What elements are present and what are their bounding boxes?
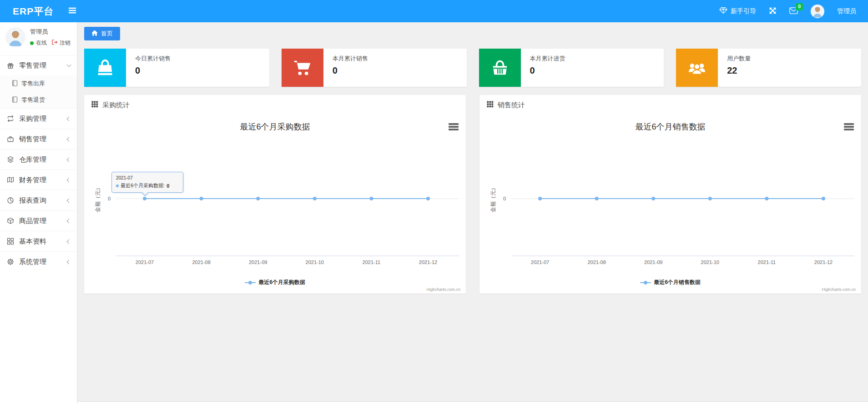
- logout-button[interactable]: 注销: [52, 39, 71, 47]
- fullscreen-arrows-icon: [769, 7, 777, 16]
- online-status-label: 在线: [36, 39, 47, 47]
- chart-tooltip: 2021-07 最近6个月采购数据: 0: [111, 172, 183, 193]
- chart-title: 最近6个月采购数据: [84, 121, 466, 132]
- svg-text:2021-07: 2021-07: [136, 259, 154, 265]
- stat-card-month-purchase[interactable]: 本月累计进货 0: [479, 49, 664, 87]
- briefcase-icon: [6, 135, 15, 143]
- stat-card-value: 0: [333, 65, 368, 76]
- chevron-left-icon: [67, 178, 71, 182]
- sidebar-user-name: 管理员: [30, 28, 71, 36]
- chart-context-menu-button[interactable]: [449, 123, 459, 130]
- stat-card-value: 22: [727, 65, 751, 76]
- stat-card-user-count[interactable]: 用户数量 22: [676, 49, 861, 87]
- sidebar-item-retail-outbound[interactable]: 零售出库: [0, 75, 77, 92]
- stat-card-title: 用户数量: [727, 55, 751, 63]
- gift-icon: [6, 62, 15, 69]
- gem-icon: [719, 7, 727, 15]
- sidebar-item-basic-data[interactable]: 基本资料: [0, 231, 77, 251]
- tooltip-series-label: 最近6个月采购数据:: [121, 182, 165, 189]
- beginner-guide-label: 新手引导: [731, 7, 756, 15]
- shopping-basket-icon: [479, 49, 521, 87]
- sidebar-subitem-label: 零售退货: [21, 96, 45, 104]
- stat-card-title: 今日累计销售: [135, 55, 171, 63]
- th-grid-icon: [91, 101, 98, 109]
- svg-text:2021-11: 2021-11: [363, 259, 381, 265]
- fullscreen-button[interactable]: [769, 7, 777, 16]
- navbar-username[interactable]: 管理员: [837, 7, 856, 15]
- legend-label: 最近6个月采购数据: [258, 279, 305, 286]
- svg-text:2021-09: 2021-09: [249, 259, 267, 265]
- top-navbar: ERP平台 新手引导 0 管理员: [0, 0, 868, 22]
- sidebar-item-label: 商品管理: [19, 217, 46, 225]
- box-icon: [6, 217, 15, 224]
- sidebar-item-label: 基本资料: [19, 237, 46, 246]
- beginner-guide-button[interactable]: 新手引导: [719, 7, 756, 15]
- stat-card-month-sales[interactable]: 本月累计销售 0: [282, 49, 467, 87]
- app-logo: ERP平台: [0, 5, 54, 18]
- sales-stats-panel: 销售统计 0金额（元）2021-072021-082021-092021-102…: [479, 95, 861, 294]
- messages-button[interactable]: 0: [789, 7, 798, 15]
- sales-line-chart[interactable]: 0金额（元）2021-072021-082021-092021-102021-1…: [479, 115, 861, 269]
- chart-legend[interactable]: 最近6个月采购数据: [84, 279, 466, 286]
- chevron-left-icon: [67, 239, 71, 244]
- sidebar-item-label: 财务管理: [19, 176, 46, 185]
- sidebar-user-avatar: [5, 27, 25, 47]
- svg-text:0: 0: [503, 196, 506, 201]
- sidebar-item-finance[interactable]: 财务管理: [0, 170, 77, 190]
- pie-chart-icon: [6, 197, 15, 204]
- sidebar-item-sales[interactable]: 销售管理: [0, 129, 77, 149]
- svg-text:2021-10: 2021-10: [701, 259, 719, 265]
- tab-home[interactable]: 首页: [84, 27, 120, 40]
- chart-context-menu-button[interactable]: [844, 123, 854, 130]
- chevron-left-icon: [67, 137, 71, 141]
- panel-title: 销售统计: [498, 101, 525, 110]
- sign-out-icon: [52, 40, 58, 46]
- svg-text:2021-08: 2021-08: [587, 259, 606, 265]
- svg-text:2021-11: 2021-11: [758, 259, 776, 265]
- chevron-left-icon: [67, 198, 71, 203]
- sidebar-item-warehouse[interactable]: 仓库管理: [0, 149, 77, 170]
- chevron-left-icon: [67, 116, 71, 121]
- tab-home-label: 首页: [101, 30, 113, 38]
- svg-text:2021-10: 2021-10: [306, 259, 324, 265]
- svg-text:2021-12: 2021-12: [419, 259, 437, 265]
- sidebar: 管理员 在线 注销 零售管理: [0, 22, 77, 404]
- highcharts-credits[interactable]: Highcharts.com.cn: [822, 287, 856, 292]
- main-content: 首页 今日累计销售 0 本月累计销售 0: [77, 22, 868, 404]
- sidebar-toggle-button[interactable]: [68, 7, 76, 16]
- chart-legend[interactable]: 最近6个月销售数据: [479, 279, 861, 286]
- svg-text:2021-12: 2021-12: [814, 259, 833, 265]
- online-status-icon: [30, 41, 34, 45]
- sidebar-item-purchase[interactable]: 采购管理: [0, 108, 77, 129]
- sidebar-item-retail[interactable]: 零售管理: [0, 55, 77, 75]
- message-count-badge: 0: [796, 3, 803, 10]
- chart-title: 最近6个月销售数据: [479, 121, 861, 132]
- sidebar-item-system[interactable]: 系统管理: [0, 251, 77, 272]
- sidebar-item-reports[interactable]: 报表查询: [0, 190, 77, 210]
- logout-label: 注销: [60, 39, 71, 47]
- users-icon: [676, 49, 718, 87]
- sidebar-user-panel: 管理员 在线 注销: [0, 22, 77, 53]
- panel-title: 采购统计: [102, 101, 130, 110]
- purchase-chart: 0金额（元）2021-072021-082021-092021-102021-1…: [84, 115, 466, 294]
- sidebar-item-label: 仓库管理: [19, 155, 46, 164]
- sidebar-item-label: 报表查询: [19, 196, 46, 205]
- stat-card-today-sales[interactable]: 今日累计销售 0: [84, 49, 269, 87]
- chart-panels-row: 采购统计 0金额（元）2021-072021-082021-092021-102…: [84, 95, 861, 294]
- sidebar-menu: 零售管理 零售出库 零售退货 采购管理: [0, 55, 77, 272]
- chevron-left-icon: [67, 259, 71, 264]
- stat-cards-row: 今日累计销售 0 本月累计销售 0 本月累计进货 0: [84, 49, 861, 87]
- chevron-down-icon: [67, 63, 71, 67]
- stat-card-title: 本月累计销售: [333, 55, 368, 63]
- user-avatar[interactable]: [811, 5, 824, 18]
- svg-text:金额（元）: 金额（元）: [95, 185, 101, 213]
- highcharts-credits[interactable]: Highcharts.com.cn: [426, 287, 460, 292]
- chevron-left-icon: [67, 219, 71, 223]
- sidebar-item-label: 零售管理: [19, 61, 46, 70]
- sidebar-item-products[interactable]: 商品管理: [0, 210, 77, 231]
- tooltip-category: 2021-07: [116, 175, 179, 180]
- legend-label: 最近6个月销售数据: [654, 279, 701, 286]
- grid-icon: [6, 238, 15, 245]
- sidebar-item-retail-return[interactable]: 零售退货: [0, 92, 77, 108]
- legend-marker-icon: [640, 280, 651, 285]
